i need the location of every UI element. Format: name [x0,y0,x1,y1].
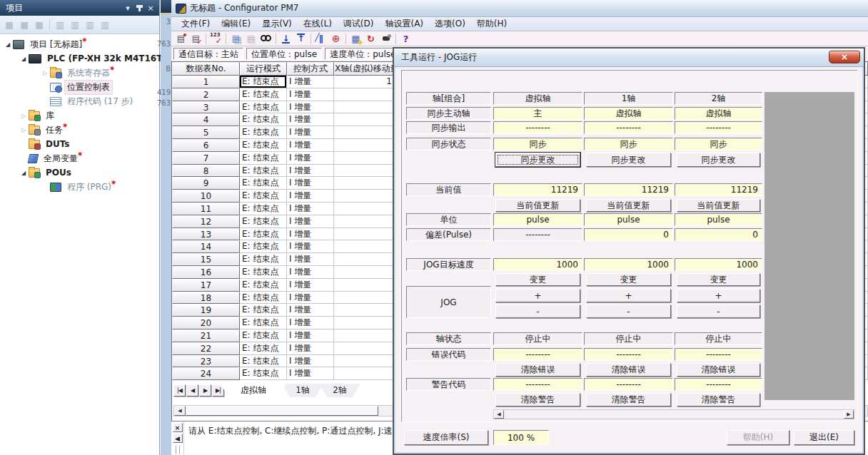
x-axis-move-cell[interactable] [334,266,395,279]
collapsed-arrow-icon[interactable]: ▷ [19,113,29,119]
clear-error-button[interactable]: 清除错误 [495,363,580,377]
sheet-tab-1[interactable]: 虚拟轴 [221,384,286,397]
find-icon[interactable] [259,32,273,45]
close-button[interactable]: × [829,51,860,63]
jog-minus-button[interactable]: - [495,305,580,318]
edit-check-icon[interactable] [189,32,203,45]
x-axis-move-cell[interactable] [334,253,395,266]
bookmark-book-icon[interactable]: ▥ [84,19,96,31]
control-method-cell[interactable]: I 增量 [287,228,334,241]
sync-change-button[interactable]: 同步更改 [677,153,760,167]
scrollbar-thumb[interactable] [186,406,378,416]
row-number-cell[interactable]: 8 [172,165,240,178]
row-number-cell[interactable]: 3 [172,101,240,114]
download-to-plc-icon[interactable] [279,32,293,45]
operation-mode-cell[interactable]: E: 结束点 [240,139,287,152]
scroll-right-icon[interactable]: ▶ [844,410,854,419]
book-icon[interactable]: ▥ [69,19,81,31]
clear-error-button[interactable]: 清除错误 [677,363,760,377]
add-block-icon[interactable]: ▦ [18,19,31,31]
operation-mode-cell[interactable]: E: 结束点 [240,165,287,178]
tab-nav-first-button[interactable]: |◀ [173,384,186,397]
row-number-cell[interactable]: 21 [172,329,240,342]
tree-item[interactable]: ▷库 [0,108,159,123]
row-number-cell[interactable]: 1 [172,76,240,88]
operation-mode-cell[interactable]: E: 结束点 [240,190,287,203]
operation-mode-cell[interactable]: E: 结束点 [240,304,287,317]
paste-icon[interactable] [244,32,258,45]
grip-handle[interactable] [176,446,180,454]
operation-mode-cell[interactable]: E: 结束点 [240,177,287,190]
sync-change-button[interactable]: 同步更改 [586,153,671,167]
control-method-cell[interactable]: I 增量 [287,165,334,178]
menu-item[interactable]: 选项(O) [429,17,471,31]
current-value-update-button[interactable]: 当前值更新 [495,199,580,212]
axis-position-icon[interactable] [329,32,343,45]
new-document-icon[interactable] [174,32,188,45]
row-number-cell[interactable]: 16 [172,266,240,279]
control-method-cell[interactable]: I 增量 [287,139,334,152]
x-axis-move-cell[interactable] [334,177,395,190]
operation-mode-cell[interactable]: E: 结束点 [240,355,287,368]
menu-item[interactable]: 帮助(H) [471,17,513,31]
dialog-titlebar[interactable]: 工具运行 - JOG运行 × [394,48,864,67]
menu-item[interactable]: 文件(F) [176,17,216,31]
speed-change-button[interactable]: 变更 [586,273,671,286]
add-unit-icon[interactable]: ▦ [3,19,16,31]
control-method-cell[interactable]: I 增量 [287,101,334,114]
row-number-cell[interactable]: 19 [172,304,240,317]
speed-change-button[interactable]: 变更 [677,273,760,286]
control-method-cell[interactable]: I 增量 [287,329,334,342]
menu-item[interactable]: 在线(L) [298,17,338,31]
speed-ratio-field[interactable]: 100 % [493,430,549,445]
operation-mode-cell[interactable]: E: 结束点 [240,253,287,266]
x-axis-move-cell[interactable] [334,165,395,178]
operation-mode-cell[interactable]: E: 结束点 [240,203,287,215]
x-axis-move-cell[interactable] [334,152,395,165]
x-axis-move-cell[interactable] [334,304,395,317]
menu-item[interactable]: 编辑(E) [216,17,256,31]
clear-warning-button[interactable]: 清除警告 [495,393,580,407]
sheet-tab-3[interactable]: 2轴 [319,384,360,397]
x-axis-move-cell[interactable] [334,126,395,139]
tree-item[interactable]: DUTs [0,137,159,151]
jog-plus-button[interactable]: + [677,289,760,302]
column-header[interactable]: 控制方式 [287,62,334,76]
exit-button[interactable]: 退出(E) [794,430,854,445]
column-header[interactable]: 运行模式 [240,62,287,76]
control-method-cell[interactable]: I 增量 [287,88,334,101]
control-method-cell[interactable]: I 增量 [287,76,334,88]
operation-mode-cell[interactable]: E: 结束点 [240,240,287,253]
x-axis-move-cell[interactable] [334,113,395,126]
control-method-cell[interactable]: I 增量 [287,203,334,215]
chevron-down-icon[interactable]: ▾ [122,3,133,14]
x-axis-move-cell[interactable] [334,292,395,305]
menu-item[interactable]: 显示(V) [256,17,298,31]
control-method-cell[interactable]: I 增量 [287,240,334,253]
tree-item[interactable]: ▷系统寄存器* [0,66,159,80]
scroll-left-icon[interactable]: ◀ [174,406,186,416]
control-method-cell[interactable]: I 增量 [287,367,334,380]
operation-mode-cell[interactable]: E: 结束点 [240,342,287,355]
control-method-cell[interactable]: I 增量 [287,253,334,266]
sync-change-button[interactable]: 同步更改 [495,153,580,167]
jog-plus-button[interactable]: + [586,289,671,302]
operation-mode-cell[interactable]: E: 结束点 [240,279,287,292]
row-number-cell[interactable]: 12 [172,215,240,228]
control-method-cell[interactable]: I 增量 [287,292,334,305]
tree-item[interactable]: 全局变量* [0,151,159,165]
tab-nav-prev-button[interactable]: ◀ [186,384,198,397]
row-number-cell[interactable]: 20 [172,317,240,329]
operation-mode-cell[interactable]: E: 结束点 [240,266,287,279]
control-method-cell[interactable]: I 增量 [287,317,334,329]
x-axis-move-cell[interactable] [334,139,395,152]
collapse-left-icon[interactable]: ◀ [173,434,183,443]
row-number-cell[interactable]: 18 [172,292,240,305]
x-axis-move-cell[interactable] [334,342,395,355]
tree-item[interactable]: ◢项目 [无标题]* [0,37,159,51]
closed-book-icon[interactable]: ▥ [99,19,111,31]
tree-item[interactable]: ◢POUs [0,165,159,180]
control-method-cell[interactable]: I 增量 [287,215,334,228]
x-axis-move-cell[interactable] [334,367,395,380]
pause-slash-icon[interactable] [314,32,328,45]
